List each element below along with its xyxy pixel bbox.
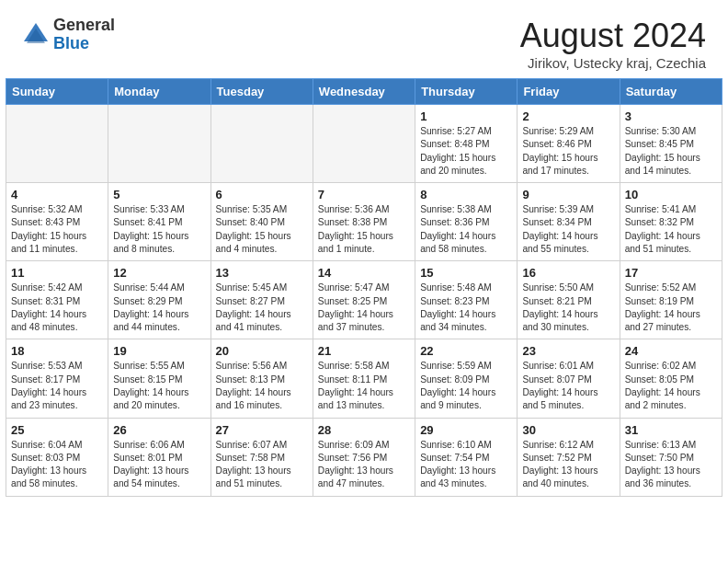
- day-info: Sunrise: 6:01 AM Sunset: 8:07 PM Dayligh…: [522, 360, 614, 412]
- day-number: 15: [420, 266, 512, 280]
- calendar-wrapper: SundayMondayTuesdayWednesdayThursdayFrid…: [0, 78, 728, 504]
- calendar-body: 1Sunrise: 5:27 AM Sunset: 8:48 PM Daylig…: [6, 105, 722, 497]
- day-number: 24: [625, 344, 717, 358]
- calendar-day-cell: 6Sunrise: 5:35 AM Sunset: 8:40 PM Daylig…: [210, 183, 313, 261]
- day-info: Sunrise: 6:13 AM Sunset: 7:50 PM Dayligh…: [625, 439, 717, 491]
- calendar-day-cell: 31Sunrise: 6:13 AM Sunset: 7:50 PM Dayli…: [620, 418, 722, 496]
- weekday-header-row: SundayMondayTuesdayWednesdayThursdayFrid…: [6, 79, 722, 105]
- calendar-week-row: 25Sunrise: 6:04 AM Sunset: 8:03 PM Dayli…: [6, 418, 722, 496]
- calendar-day-cell: 7Sunrise: 5:36 AM Sunset: 8:38 PM Daylig…: [313, 183, 415, 261]
- day-number: 1: [420, 109, 512, 123]
- calendar-day-cell: 25Sunrise: 6:04 AM Sunset: 8:03 PM Dayli…: [6, 418, 108, 496]
- day-number: 22: [420, 344, 512, 358]
- weekday-header: Tuesday: [210, 79, 313, 105]
- day-info: Sunrise: 6:04 AM Sunset: 8:03 PM Dayligh…: [11, 439, 103, 491]
- calendar-day-cell: 16Sunrise: 5:50 AM Sunset: 8:21 PM Dayli…: [518, 261, 620, 339]
- calendar-week-row: 18Sunrise: 5:53 AM Sunset: 8:17 PM Dayli…: [6, 339, 722, 418]
- calendar-week-row: 11Sunrise: 5:42 AM Sunset: 8:31 PM Dayli…: [6, 261, 722, 339]
- day-info: Sunrise: 5:42 AM Sunset: 8:31 PM Dayligh…: [11, 282, 103, 334]
- day-info: Sunrise: 5:53 AM Sunset: 8:17 PM Dayligh…: [11, 360, 103, 412]
- weekday-header: Sunday: [6, 79, 108, 105]
- calendar-day-cell: 8Sunrise: 5:38 AM Sunset: 8:36 PM Daylig…: [415, 183, 518, 261]
- day-number: 27: [216, 423, 308, 437]
- day-info: Sunrise: 5:32 AM Sunset: 8:43 PM Dayligh…: [11, 203, 103, 256]
- calendar-day-cell: [108, 105, 210, 183]
- day-info: Sunrise: 5:44 AM Sunset: 8:29 PM Dayligh…: [113, 282, 205, 334]
- page-header: General Blue August 2024 Jirikov, Usteck…: [0, 0, 728, 78]
- calendar-day-cell: 18Sunrise: 5:53 AM Sunset: 8:17 PM Dayli…: [6, 339, 108, 418]
- day-info: Sunrise: 6:07 AM Sunset: 7:58 PM Dayligh…: [216, 439, 308, 491]
- day-info: Sunrise: 5:58 AM Sunset: 8:11 PM Dayligh…: [318, 360, 410, 412]
- calendar-day-cell: 4Sunrise: 5:32 AM Sunset: 8:43 PM Daylig…: [6, 183, 108, 261]
- day-info: Sunrise: 5:29 AM Sunset: 8:46 PM Dayligh…: [522, 125, 614, 178]
- calendar-day-cell: 1Sunrise: 5:27 AM Sunset: 8:48 PM Daylig…: [415, 105, 518, 183]
- calendar-week-row: 4Sunrise: 5:32 AM Sunset: 8:43 PM Daylig…: [6, 183, 722, 261]
- day-number: 13: [216, 266, 308, 280]
- day-number: 9: [522, 188, 614, 201]
- calendar-header: SundayMondayTuesdayWednesdayThursdayFrid…: [6, 79, 722, 105]
- day-info: Sunrise: 5:55 AM Sunset: 8:15 PM Dayligh…: [113, 360, 205, 412]
- calendar-week-row: 1Sunrise: 5:27 AM Sunset: 8:48 PM Daylig…: [6, 105, 722, 183]
- calendar-day-cell: [210, 105, 313, 183]
- calendar-day-cell: 17Sunrise: 5:52 AM Sunset: 8:19 PM Dayli…: [620, 261, 722, 339]
- weekday-header: Monday: [108, 79, 210, 105]
- day-info: Sunrise: 5:41 AM Sunset: 8:32 PM Dayligh…: [625, 203, 717, 256]
- day-info: Sunrise: 5:52 AM Sunset: 8:19 PM Dayligh…: [625, 282, 717, 334]
- title-block: August 2024 Jirikov, Ustecky kraj, Czech…: [520, 17, 706, 71]
- day-number: 6: [216, 188, 308, 201]
- day-info: Sunrise: 5:45 AM Sunset: 8:27 PM Dayligh…: [216, 282, 308, 334]
- day-number: 14: [318, 266, 410, 280]
- day-number: 26: [113, 423, 205, 437]
- day-number: 29: [420, 423, 512, 437]
- logo-icon: [22, 21, 50, 49]
- calendar-day-cell: 11Sunrise: 5:42 AM Sunset: 8:31 PM Dayli…: [6, 261, 108, 339]
- day-number: 31: [625, 423, 717, 437]
- day-info: Sunrise: 5:39 AM Sunset: 8:34 PM Dayligh…: [522, 203, 614, 256]
- calendar-day-cell: 24Sunrise: 6:02 AM Sunset: 8:05 PM Dayli…: [620, 339, 722, 418]
- calendar-day-cell: [6, 105, 108, 183]
- weekday-header: Wednesday: [313, 79, 415, 105]
- day-number: 28: [318, 423, 410, 437]
- calendar-day-cell: 27Sunrise: 6:07 AM Sunset: 7:58 PM Dayli…: [210, 418, 313, 496]
- day-info: Sunrise: 5:50 AM Sunset: 8:21 PM Dayligh…: [522, 282, 614, 334]
- day-number: 21: [318, 344, 410, 358]
- calendar-day-cell: 12Sunrise: 5:44 AM Sunset: 8:29 PM Dayli…: [108, 261, 210, 339]
- calendar-day-cell: 23Sunrise: 6:01 AM Sunset: 8:07 PM Dayli…: [518, 339, 620, 418]
- day-info: Sunrise: 5:56 AM Sunset: 8:13 PM Dayligh…: [216, 360, 308, 412]
- calendar-day-cell: 28Sunrise: 6:09 AM Sunset: 7:56 PM Dayli…: [313, 418, 415, 496]
- day-number: 8: [420, 188, 512, 201]
- day-info: Sunrise: 5:27 AM Sunset: 8:48 PM Dayligh…: [420, 125, 512, 178]
- calendar-day-cell: 21Sunrise: 5:58 AM Sunset: 8:11 PM Dayli…: [313, 339, 415, 418]
- day-info: Sunrise: 6:09 AM Sunset: 7:56 PM Dayligh…: [318, 439, 410, 491]
- day-info: Sunrise: 6:10 AM Sunset: 7:54 PM Dayligh…: [420, 439, 512, 491]
- day-number: 20: [216, 344, 308, 358]
- calendar-day-cell: 15Sunrise: 5:48 AM Sunset: 8:23 PM Dayli…: [415, 261, 518, 339]
- day-number: 30: [522, 423, 614, 437]
- calendar-table: SundayMondayTuesdayWednesdayThursdayFrid…: [6, 78, 722, 497]
- day-number: 2: [522, 109, 614, 123]
- day-number: 7: [318, 188, 410, 201]
- day-number: 5: [113, 188, 205, 201]
- day-number: 16: [522, 266, 614, 280]
- day-number: 23: [522, 344, 614, 358]
- weekday-header: Friday: [518, 79, 620, 105]
- month-title: August 2024: [520, 17, 706, 55]
- calendar-day-cell: 22Sunrise: 5:59 AM Sunset: 8:09 PM Dayli…: [415, 339, 518, 418]
- day-number: 12: [113, 266, 205, 280]
- day-number: 17: [625, 266, 717, 280]
- day-number: 11: [11, 266, 103, 280]
- day-info: Sunrise: 5:36 AM Sunset: 8:38 PM Dayligh…: [318, 203, 410, 256]
- day-info: Sunrise: 5:48 AM Sunset: 8:23 PM Dayligh…: [420, 282, 512, 334]
- calendar-day-cell: 13Sunrise: 5:45 AM Sunset: 8:27 PM Dayli…: [210, 261, 313, 339]
- day-number: 25: [11, 423, 103, 437]
- day-number: 4: [11, 188, 103, 201]
- day-info: Sunrise: 6:12 AM Sunset: 7:52 PM Dayligh…: [522, 439, 614, 491]
- calendar-day-cell: 29Sunrise: 6:10 AM Sunset: 7:54 PM Dayli…: [415, 418, 518, 496]
- day-info: Sunrise: 5:59 AM Sunset: 8:09 PM Dayligh…: [420, 360, 512, 412]
- calendar-day-cell: 30Sunrise: 6:12 AM Sunset: 7:52 PM Dayli…: [518, 418, 620, 496]
- weekday-header: Saturday: [620, 79, 722, 105]
- day-info: Sunrise: 5:35 AM Sunset: 8:40 PM Dayligh…: [216, 203, 308, 256]
- day-number: 10: [625, 188, 717, 201]
- day-info: Sunrise: 5:30 AM Sunset: 8:45 PM Dayligh…: [625, 125, 717, 178]
- day-info: Sunrise: 5:47 AM Sunset: 8:25 PM Dayligh…: [318, 282, 410, 334]
